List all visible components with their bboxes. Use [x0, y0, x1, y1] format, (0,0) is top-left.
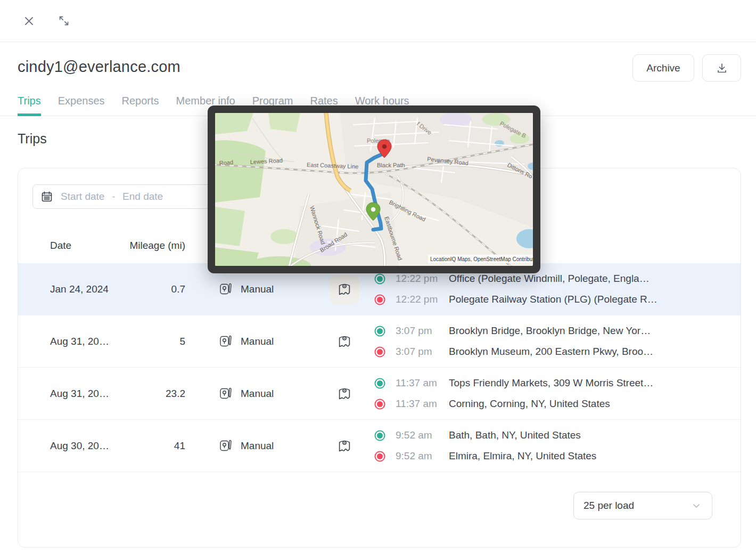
archive-button[interactable]: Archive [632, 54, 694, 82]
start-time: 12:22 pm [396, 273, 449, 285]
tab-reports[interactable]: Reports [122, 95, 159, 116]
trip-date: Jan 24, 2024 [18, 283, 119, 295]
pagination: 25 per load [18, 472, 741, 519]
map-icon [336, 334, 352, 350]
header-mileage: Mileage (mi) [119, 240, 185, 251]
trip-type-label: Manual [241, 440, 274, 452]
trip-details: 11:37 amTops Friendly Markets, 309 W Mor… [375, 373, 653, 415]
trip-date: Aug 30, 20… [18, 440, 119, 452]
table-row[interactable]: Aug 31, 20… 5 Manual 3:07 pmBrooklyn Bri… [18, 315, 741, 368]
end-dot [377, 297, 383, 303]
trip-map-popup: Road Lewes Road East Coastway Line Peven… [208, 105, 540, 273]
per-load-dropdown[interactable]: 25 per load [573, 492, 712, 519]
svg-text:Black Path: Black Path [377, 162, 405, 168]
tab-trips[interactable]: Trips [18, 95, 41, 116]
show-map-button[interactable] [330, 327, 359, 356]
end-dot [377, 349, 383, 355]
trip-type-label: Manual [241, 283, 274, 295]
expand-button[interactable] [56, 13, 71, 28]
start-location: Office (Polegate Windmill, Polegate, Eng… [449, 273, 650, 285]
calendar-icon [40, 190, 53, 203]
per-load-value: 25 per load [584, 500, 634, 512]
start-location: Tops Friendly Markets, 309 W Morris Stre… [449, 377, 653, 389]
start-time: 3:07 pm [396, 325, 449, 337]
table-row[interactable]: Aug 31, 20… 23.2 Manual 11:37 amTops Fri… [18, 368, 741, 420]
download-icon [716, 62, 728, 75]
end-dot [377, 401, 383, 407]
trip-details: 9:52 amBath, Bath, NY, United States 9:5… [375, 425, 596, 467]
download-button[interactable] [702, 54, 741, 82]
trip-mileage: 23.2 [119, 388, 185, 400]
window-toolbar [0, 0, 756, 42]
close-button[interactable] [21, 13, 36, 28]
start-dot [377, 380, 383, 386]
start-location: Brooklyn Bridge, Brooklyn Bridge, New Yo… [449, 325, 651, 337]
trip-type-label: Manual [241, 336, 274, 347]
trip-type-label: Manual [241, 388, 274, 400]
show-map-button[interactable] [330, 431, 359, 461]
trip-date: Aug 31, 20… [18, 336, 119, 347]
end-date-placeholder: End date [122, 191, 163, 202]
expand-diagonal-icon [57, 14, 70, 27]
trip-details: 3:07 pmBrooklyn Bridge, Brooklyn Bridge,… [375, 321, 653, 362]
trip-mileage: 41 [119, 440, 185, 452]
end-location: Corning, Corning, NY, United States [449, 398, 610, 410]
map-attribution: LocationIQ Maps, OpenStreetMap Contribut… [430, 256, 533, 262]
tab-expenses[interactable]: Expenses [58, 95, 105, 116]
date-separator: - [112, 191, 115, 202]
start-dot [377, 433, 383, 439]
trip-details: 12:22 pmOffice (Polegate Windmill, Poleg… [375, 269, 658, 310]
start-dot [377, 276, 383, 282]
trip-date: Aug 31, 20… [18, 388, 119, 400]
end-time: 12:22 pm [396, 294, 449, 305]
map-icon [336, 438, 352, 454]
manual-entry-icon [219, 282, 233, 296]
manual-entry-icon [219, 334, 233, 348]
start-location: Bath, Bath, NY, United States [449, 429, 581, 441]
end-location: Elmira, Elmira, NY, United States [449, 450, 596, 462]
trip-mileage: 0.7 [119, 283, 185, 295]
show-map-button[interactable] [330, 379, 359, 409]
close-icon [23, 15, 35, 27]
start-time: 11:37 am [396, 377, 449, 389]
trip-route-map[interactable]: Road Lewes Road East Coastway Line Peven… [215, 113, 533, 266]
end-location: Brooklyn Museum, 200 Eastern Pkwy, Broo… [449, 346, 653, 358]
trip-mileage: 5 [119, 336, 185, 347]
end-time: 9:52 am [396, 450, 449, 462]
manual-entry-icon [219, 386, 233, 401]
manual-entry-icon [219, 439, 233, 453]
header-actions: Archive [632, 54, 741, 82]
end-time: 3:07 pm [396, 346, 449, 358]
chevron-down-icon [692, 501, 701, 510]
end-location: Polegate Railway Station (PLG) (Polegate… [449, 294, 658, 305]
start-date-placeholder: Start date [61, 191, 104, 202]
svg-text:Road: Road [219, 159, 233, 166]
map-icon [336, 281, 352, 297]
header-date: Date [18, 240, 119, 251]
start-time: 9:52 am [396, 429, 449, 441]
map-icon [336, 386, 352, 402]
table-row[interactable]: Aug 30, 20… 41 Manual 9:52 amBath, Bath,… [18, 420, 741, 472]
start-dot [377, 328, 383, 334]
end-dot [377, 453, 383, 459]
end-time: 11:37 am [396, 398, 449, 410]
show-map-button[interactable] [330, 274, 359, 304]
member-header: cindy1@everlance.com Archive [0, 42, 756, 76]
